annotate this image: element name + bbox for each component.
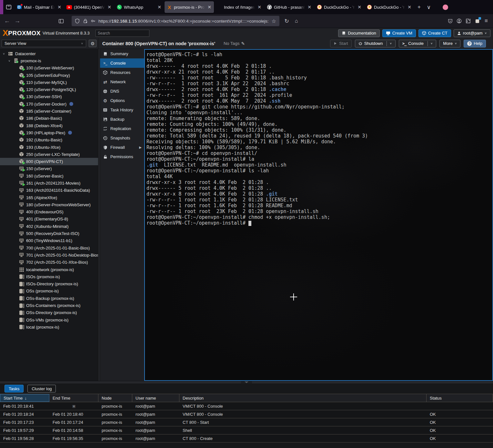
shutdown-dropdown-icon[interactable]: ∨ [389, 42, 392, 45]
tab-task-history[interactable]: Task History [100, 105, 144, 115]
tab-network[interactable]: ⇄Network [100, 77, 144, 87]
task-row-3[interactable]: Feb 01 20:17:23Feb 01 20:17:24proxmox-is… [0, 418, 493, 426]
tree-item-163[interactable]: 163 (Arch20241101-BasicNoData) [0, 187, 98, 194]
hamburger-menu-icon[interactable]: ≡ [483, 18, 489, 24]
browser-tab-6[interactable]: GitHub - prasanthr✕ [265, 1, 314, 13]
collapse-handle-icon[interactable] [241, 381, 252, 383]
tree-item-400[interactable]: 400 (EndeavourOS) [0, 209, 98, 216]
tree-item-160[interactable]: 160 (uServer-Basic) [0, 172, 98, 179]
tree-item-130[interactable]: 130 (uServer-SSH) [0, 93, 98, 100]
tree-item-localnetwork[interactable]: localnetwork (proxmox-is) [0, 266, 98, 273]
expand-caret-icon[interactable]: ∨ [2, 52, 6, 55]
tree-item-186[interactable]: 186 (Debian-Basic) [0, 115, 98, 122]
tree-item-oss-vms[interactable]: OSs-VMs (proxmox-is) [0, 316, 98, 323]
tree-item-oss[interactable]: OSs (proxmox-is) [0, 288, 98, 295]
tracking-shield-icon[interactable] [74, 18, 80, 24]
back-button[interactable]: ← [2, 17, 12, 25]
console-terminal[interactable]: root@OpenVPN-CT:~# ls -lahtotal 28Kdrwx-… [144, 49, 493, 381]
tree-item-188[interactable]: 188 (Debian-Xfce4) [0, 122, 98, 129]
start-button[interactable]: Start [330, 40, 351, 47]
tree-item-datacenter[interactable]: ∨Datacenter [0, 50, 98, 57]
reload-icon[interactable]: ↻ [284, 18, 290, 24]
tree-item-401[interactable]: 401 (ElementaryOS-8) [0, 216, 98, 223]
tree-item-170[interactable]: 170 (uServer-Docker) [0, 100, 98, 107]
tree-item-oss-containers[interactable]: OSs-Containers (proxmox-is) [0, 302, 98, 309]
documentation-button[interactable]: Documentation [338, 29, 379, 37]
tab-console[interactable]: >_Console [100, 58, 144, 68]
tree-item-161[interactable]: 161 (Arch-20241201-Movies) [0, 179, 98, 187]
bookmark-star-icon[interactable]: ☆ [271, 18, 277, 24]
tab-options[interactable]: ⚙Options [100, 96, 144, 105]
tree-item-701[interactable]: 701 (Arch-2025-01-01-NoDesktop-Bios) [0, 251, 98, 259]
firefox-view-icon[interactable] [3, 2, 14, 12]
tab-dns[interactable]: DNS [100, 87, 144, 96]
tree-item-500[interactable]: 500 (RecoveryDiskTest-ISO) [0, 230, 98, 237]
tab-close-icon[interactable]: ✕ [157, 5, 162, 10]
create-ct-button[interactable]: Create CT [418, 29, 451, 37]
console-button[interactable]: >_ Console ∨ [399, 40, 436, 47]
tab-cluster-log[interactable]: Cluster log [27, 385, 56, 392]
tree-item-800[interactable]: 800 (OpenVPN-CT) [0, 158, 98, 165]
url-bar[interactable]: https://192.168.1.15:8006/#v1:0:=lxc%2F8… [72, 16, 279, 26]
tab-close-icon[interactable]: ✕ [357, 5, 362, 10]
password-key-icon[interactable] [90, 18, 96, 24]
tab-backup[interactable]: Backup [100, 115, 144, 124]
insecure-lock-icon[interactable] [82, 18, 88, 24]
task-row-2[interactable]: Feb 01 20:18:24Feb 01 20:18:40proxmox-is… [0, 410, 493, 418]
view-selector[interactable]: Server View∨ [2, 40, 86, 47]
tab-close-icon[interactable]: ✕ [57, 5, 62, 10]
search-input[interactable] [96, 30, 149, 37]
tab-snapshots[interactable]: Snapshots [100, 133, 144, 143]
expand-caret-icon[interactable]: ∨ [7, 59, 11, 62]
tree-item-193[interactable]: 193 (Ubuntu-Xfce) [0, 144, 98, 151]
task-row-1[interactable]: Feb 01 20:18:41▣proxmox-isroot@pamVM/CT … [0, 402, 493, 410]
browser-tab-5[interactable]: Index of /Images/Prog✕ [215, 1, 264, 13]
tab-firewall[interactable]: Firewall▶ [100, 143, 144, 152]
tree-item-105[interactable]: 105 (uServerEduProxy) [0, 72, 98, 79]
tree-item-proxmox-is[interactable]: ∨proxmox-is [0, 57, 98, 64]
tree-item-700[interactable]: 700 (Arch-2025-01-01-Basic-Bios) [0, 244, 98, 251]
console-dropdown-icon[interactable]: ∨ [430, 42, 433, 45]
extension-badge-icon[interactable] [474, 18, 480, 24]
tree-item-oss-directory[interactable]: OSs-Directory (proxmox-is) [0, 309, 98, 316]
tree-item-165[interactable]: 165 (AlpineXfce) [0, 194, 98, 201]
tree-item-180[interactable]: 180 (uServer-ProxmoxWebServer) [0, 201, 98, 208]
bottom-splitter[interactable] [0, 381, 493, 383]
tree-item-600[interactable]: 600 (TinyWindows11-b1) [0, 237, 98, 244]
help-button[interactable]: ? Help [464, 40, 486, 47]
task-row-5[interactable]: Feb 01 19:56:28Feb 01 19:56:35proxmox-is… [0, 434, 493, 443]
tree-item-702[interactable]: 702 (Arch-2025-01-01-Xfce-Bios) [0, 259, 98, 266]
tree-item-250[interactable]: 250 (uServer-LXC-Template) [0, 151, 98, 158]
tree-item-110[interactable]: 110 (uServer-MySQL) [0, 79, 98, 86]
tree-item-isos-directory[interactable]: ISOs-Directory (proxmox-is) [0, 280, 98, 288]
tree-item-190[interactable]: 190 (HPLaptop-Plex) [0, 129, 98, 136]
column-header-node[interactable]: Node [98, 394, 132, 402]
tree-item-402[interactable]: 402 (Xubuntu-Minimal) [0, 223, 98, 230]
tree-item-185[interactable]: 185 (aServer-Container) [0, 107, 98, 115]
column-header-start-time[interactable]: Start Time↓ [0, 394, 49, 402]
tree-settings-gear-icon[interactable]: ⚙ [89, 40, 96, 47]
tab-resources[interactable]: Resources [100, 68, 144, 77]
tab-close-icon[interactable]: ✕ [207, 5, 212, 10]
firefox-account-avatar[interactable] [443, 5, 448, 10]
shutdown-button[interactable]: Shutdown ∨ [355, 40, 396, 47]
task-row-4[interactable]: Feb 01 19:57:29Feb 01 20:14:58proxmox-is… [0, 426, 493, 434]
browser-tab-1[interactable]: Mail - Djalmar Enri✕ [15, 1, 64, 13]
column-header-user-name[interactable]: User name [132, 394, 179, 402]
account-icon[interactable] [456, 18, 462, 24]
extensions-puzzle-icon[interactable] [465, 18, 471, 24]
column-header-status[interactable]: Status [427, 394, 493, 402]
tab-tasks[interactable]: Tasks [5, 385, 24, 392]
tab-close-icon[interactable]: ✕ [107, 5, 112, 10]
tree-item-120[interactable]: 120 (uServer-PostgreSQL) [0, 86, 98, 93]
tree-item-100[interactable]: 100 (uServer-WebServer) [0, 65, 98, 72]
forward-button[interactable]: → [12, 17, 23, 25]
tree-item-192[interactable]: 192 (Ubuntu-Basic) [0, 137, 98, 144]
sidebar-toggle-icon[interactable] [58, 18, 64, 24]
column-header-end-time[interactable]: End Time [49, 394, 98, 402]
browser-tab-2[interactable]: (304481) OpenVPN✕ [65, 1, 114, 13]
tab-close-icon[interactable]: ✕ [407, 5, 412, 10]
edit-tags-pencil-icon[interactable]: ✎ [241, 41, 245, 46]
new-tab-button[interactable]: + [414, 2, 424, 12]
user-menu-button[interactable]: root@pam ∨ [454, 29, 490, 37]
